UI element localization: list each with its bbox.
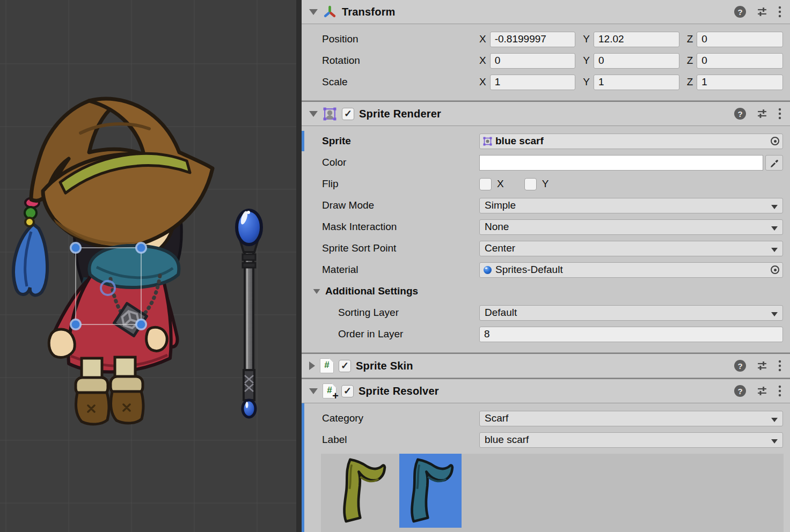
presets-icon[interactable] bbox=[757, 109, 767, 119]
help-icon[interactable]: ? bbox=[734, 6, 746, 18]
scale-z-field[interactable]: 1 bbox=[697, 75, 783, 90]
scene-canvas bbox=[0, 0, 302, 532]
foldout-icon[interactable] bbox=[309, 361, 315, 370]
enable-checkbox[interactable]: ✓ bbox=[341, 385, 354, 397]
sprite-renderer-component: ✓ Sprite Renderer ? Sprite bbox=[302, 101, 790, 353]
flip-y-label: Y bbox=[542, 178, 549, 190]
additional-settings-row[interactable]: Additional Settings bbox=[302, 280, 790, 302]
component-title: Transform bbox=[342, 6, 396, 18]
order-in-layer-label: Order in Layer bbox=[302, 328, 479, 340]
transform-header[interactable]: Transform ? bbox=[302, 0, 790, 24]
flip-row: Flip X Y bbox=[302, 173, 790, 195]
flip-x-checkbox[interactable] bbox=[479, 178, 492, 190]
handle-top-right bbox=[135, 242, 147, 254]
position-label: Position bbox=[302, 33, 479, 45]
category-dropdown[interactable]: Scarf bbox=[479, 411, 783, 426]
sprite-skin-component: # ✓ Sprite Skin ? bbox=[302, 353, 790, 378]
enable-checkbox[interactable]: ✓ bbox=[342, 108, 354, 120]
presets-icon[interactable] bbox=[757, 7, 767, 17]
character-sprite bbox=[13, 99, 213, 424]
foldout-icon[interactable] bbox=[309, 111, 318, 117]
mask-interaction-dropdown[interactable]: None bbox=[479, 219, 783, 235]
panel-divider[interactable] bbox=[296, 0, 302, 532]
sprite-value: blue scarf bbox=[495, 135, 767, 147]
boots bbox=[76, 376, 143, 424]
axis-x-label: X bbox=[479, 33, 486, 45]
sprite-renderer-icon bbox=[323, 107, 337, 121]
scene-view[interactable] bbox=[0, 0, 302, 532]
additional-settings-label: Additional Settings bbox=[325, 285, 418, 297]
sprite-object-field[interactable]: blue scarf bbox=[479, 134, 783, 149]
sorting-layer-dropdown[interactable]: Default bbox=[479, 305, 783, 321]
scale-x-field[interactable]: 1 bbox=[490, 75, 576, 90]
flip-x-label: X bbox=[497, 178, 504, 190]
position-z-field[interactable]: 0 bbox=[697, 32, 783, 47]
material-object-field[interactable]: Sprites-Default bbox=[479, 262, 783, 278]
color-swatch[interactable] bbox=[479, 155, 763, 171]
presets-icon[interactable] bbox=[757, 386, 767, 396]
axis-x-label: X bbox=[479, 55, 486, 66]
flip-label: Flip bbox=[302, 178, 479, 190]
handle-bottom-left bbox=[70, 319, 82, 330]
foldout-icon[interactable] bbox=[313, 289, 320, 294]
position-y-field[interactable]: 12.02 bbox=[594, 32, 679, 47]
kebab-menu-icon[interactable] bbox=[778, 108, 781, 120]
sprite-sort-point-dropdown[interactable]: Center bbox=[479, 241, 783, 256]
eyedropper-button[interactable] bbox=[765, 155, 783, 171]
help-icon[interactable]: ? bbox=[734, 360, 746, 372]
foldout-icon[interactable] bbox=[309, 388, 318, 394]
staff-sprite bbox=[237, 210, 261, 417]
object-picker-icon[interactable] bbox=[771, 137, 779, 145]
help-icon[interactable]: ? bbox=[734, 108, 746, 120]
sprite-resolver-component: # + ✓ Sprite Resolver ? Category bbox=[302, 378, 790, 532]
sprite-variant-blue-scarf[interactable] bbox=[399, 454, 462, 528]
staff-gem bbox=[237, 210, 261, 245]
sprite-label: Sprite bbox=[302, 135, 479, 147]
order-in-layer-field[interactable]: 8 bbox=[479, 327, 783, 342]
material-label: Material bbox=[302, 264, 479, 276]
category-row: Category Scarf bbox=[302, 408, 790, 429]
position-x-field[interactable]: -0.8199997 bbox=[490, 32, 576, 47]
draw-mode-dropdown[interactable]: Simple bbox=[479, 198, 783, 213]
sprite-row: Sprite blue scarf bbox=[302, 130, 790, 152]
sprite-variant-green-scarf[interactable] bbox=[332, 454, 394, 528]
blue-scarf-thumbnail bbox=[403, 456, 458, 525]
axis-z-label: Z bbox=[687, 55, 693, 66]
label-dropdown[interactable]: blue scarf bbox=[479, 432, 783, 448]
handle-bottom-right bbox=[135, 319, 147, 330]
rotation-x-field[interactable]: 0 bbox=[490, 53, 576, 69]
label-row: Label blue scarf bbox=[302, 429, 790, 450]
flip-y-checkbox[interactable] bbox=[524, 178, 537, 190]
scale-y-field[interactable]: 1 bbox=[594, 75, 679, 90]
component-title: Sprite Resolver bbox=[359, 385, 439, 397]
kebab-menu-icon[interactable] bbox=[778, 385, 781, 397]
eyedropper-icon bbox=[770, 158, 779, 167]
material-row: Material Sprites-Default bbox=[302, 259, 790, 280]
right-hand bbox=[147, 327, 167, 351]
object-picker-icon[interactable] bbox=[771, 265, 779, 274]
hat bbox=[31, 99, 213, 248]
mask-interaction-row: Mask Interaction None bbox=[302, 216, 790, 238]
rotation-y-field[interactable]: 0 bbox=[594, 53, 679, 69]
foldout-icon[interactable] bbox=[309, 9, 318, 15]
rotation-row: Rotation X0 Y0 Z0 bbox=[302, 50, 790, 71]
sprite-skin-header[interactable]: # ✓ Sprite Skin ? bbox=[302, 354, 790, 378]
kebab-menu-icon[interactable] bbox=[778, 360, 781, 372]
handle-top-left bbox=[70, 242, 82, 254]
kebab-menu-icon[interactable] bbox=[778, 6, 781, 18]
scale-row: Scale X1 Y1 Z1 bbox=[302, 71, 790, 93]
rotation-z-field[interactable]: 0 bbox=[697, 53, 783, 69]
sprite-resolver-header[interactable]: # + ✓ Sprite Resolver ? bbox=[302, 379, 790, 403]
sprite-renderer-header[interactable]: ✓ Sprite Renderer ? bbox=[302, 102, 790, 126]
axis-y-label: Y bbox=[583, 76, 590, 88]
transform-icon bbox=[323, 5, 337, 19]
sprite-mini-icon bbox=[483, 137, 492, 146]
presets-icon[interactable] bbox=[757, 361, 767, 371]
help-icon[interactable]: ? bbox=[734, 385, 746, 397]
color-row: Color bbox=[302, 152, 790, 173]
inspector-panel: Transform ? Position X-0.8199997 Y12.02 bbox=[302, 0, 790, 532]
enable-checkbox[interactable]: ✓ bbox=[339, 360, 351, 372]
sorting-layer-label: Sorting Layer bbox=[302, 307, 479, 319]
draw-mode-row: Draw Mode Simple bbox=[302, 195, 790, 216]
sorting-layer-row: Sorting Layer Default bbox=[302, 302, 790, 323]
